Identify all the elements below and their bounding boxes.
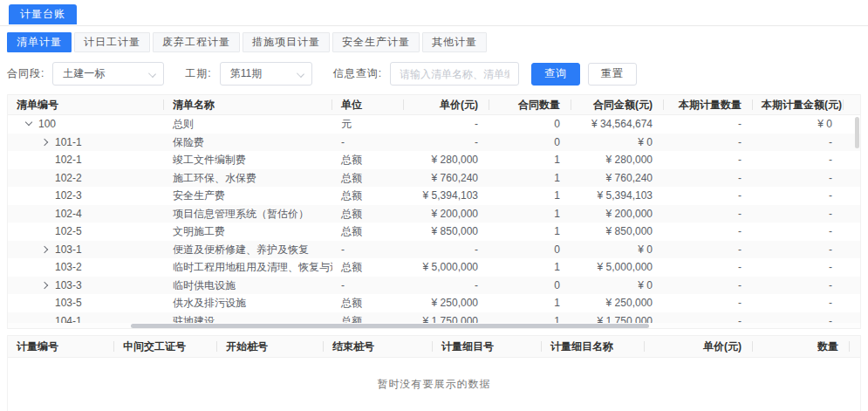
cell-list-code: 102-4 bbox=[8, 205, 164, 223]
detail-table-header: 计量编号中间交工证号开始桩号结束桩号计量细目号计量细目名称单价(元)数量 bbox=[8, 335, 860, 358]
main-table-body: 100总则元-0¥ 34,564,674-¥ 0101-1保险费--0¥ 0--… bbox=[8, 115, 860, 323]
tab-1[interactable]: 计日工计量 bbox=[74, 32, 150, 52]
cell-price: - bbox=[404, 134, 489, 152]
table-row[interactable]: 103-2临时工程用地租用及清理、恢复与还...总额¥ 5,000,0001¥ … bbox=[8, 258, 860, 277]
cell-amount: ¥ 0 bbox=[571, 277, 664, 295]
main-header-cell: 单位 bbox=[332, 95, 404, 114]
caret-placeholder bbox=[42, 175, 49, 182]
cell-filler bbox=[844, 223, 860, 241]
cell-amount: ¥ 760,240 bbox=[571, 169, 664, 188]
cell-unit: - bbox=[332, 241, 404, 259]
header-filler bbox=[850, 336, 867, 357]
cell-amount: ¥ 34,564,674 bbox=[571, 115, 664, 134]
cell-period_amount: - bbox=[753, 134, 844, 152]
tab-2[interactable]: 废弃工程计量 bbox=[153, 32, 240, 52]
search-input[interactable] bbox=[390, 62, 519, 86]
cell-period_amount: - bbox=[753, 223, 844, 241]
cell-list-code: 103-2 bbox=[8, 258, 164, 277]
detail-header-cell: 结束桩号 bbox=[324, 336, 433, 357]
cell-period_qty: - bbox=[664, 312, 753, 324]
caret-placeholder bbox=[42, 210, 49, 217]
cell-period_qty: - bbox=[664, 134, 753, 152]
vertical-scrollbar[interactable] bbox=[855, 117, 859, 148]
cell-qty: 0 bbox=[489, 115, 571, 134]
cell-filler bbox=[844, 169, 860, 188]
cell-period_amount: - bbox=[753, 312, 844, 324]
cell-name: 供水及排污设施 bbox=[164, 294, 332, 312]
page-tab-measurement-ledger[interactable]: 计量台账 bbox=[9, 4, 77, 24]
tab-4[interactable]: 安全生产计量 bbox=[332, 32, 420, 52]
cell-qty: 0 bbox=[489, 277, 571, 295]
contract-section-label: 合同段: bbox=[7, 66, 44, 81]
cell-name: 临时工程用地租用及清理、恢复与还... bbox=[164, 258, 332, 277]
table-row[interactable]: 102-4项目信息管理系统（暂估价）总额¥ 200,0001¥ 200,000-… bbox=[8, 205, 860, 223]
cell-filler bbox=[844, 151, 860, 169]
table-row[interactable]: 100总则元-0¥ 34,564,674-¥ 0 bbox=[8, 115, 860, 134]
table-row[interactable]: 104-1驻地建设总额¥ 1,750,0001¥ 1,750,000-- bbox=[8, 312, 860, 324]
table-row[interactable]: 103-1便道及便桥修建、养护及恢复--0¥ 0-- bbox=[8, 241, 860, 259]
reset-button[interactable]: 重置 bbox=[588, 63, 637, 86]
main-table: 清单编号清单名称单位单价(元)合同数量合同金额(元)本期计量数量本期计量金额(元… bbox=[7, 94, 861, 329]
tab-3[interactable]: 措施项目计量 bbox=[243, 32, 330, 52]
cell-amount: ¥ 250,000 bbox=[571, 294, 664, 312]
detail-header-cell: 计量细目名称 bbox=[542, 336, 645, 357]
table-row[interactable]: 102-5文明施工费总额¥ 850,0001¥ 850,000-- bbox=[8, 223, 860, 241]
table-row[interactable]: 102-1竣工文件编制费总额¥ 280,0001¥ 280,000-- bbox=[8, 151, 860, 169]
table-row[interactable]: 102-2施工环保、水保费总额¥ 760,2401¥ 760,240-- bbox=[8, 169, 860, 188]
cell-name: 项目信息管理系统（暂估价） bbox=[164, 205, 332, 223]
cell-list-code: 100 bbox=[8, 115, 164, 134]
main-header-cell: 清单名称 bbox=[164, 95, 332, 114]
cell-period_qty: - bbox=[664, 294, 753, 312]
chevron-right-icon[interactable] bbox=[42, 246, 49, 253]
cell-price: ¥ 200,000 bbox=[404, 205, 489, 223]
detail-table: 计量编号中间交工证号开始桩号结束桩号计量细目号计量细目名称单价(元)数量 暂时没… bbox=[7, 335, 861, 411]
cell-price: - bbox=[404, 277, 489, 295]
cell-list-code: 101-1 bbox=[8, 134, 164, 152]
cell-name: 安全生产费 bbox=[164, 187, 332, 205]
cell-price: ¥ 250,000 bbox=[404, 294, 489, 312]
cell-price: ¥ 280,000 bbox=[404, 151, 489, 169]
chevron-right-icon[interactable] bbox=[42, 139, 49, 146]
cell-period_amount: - bbox=[753, 187, 844, 205]
header-filler bbox=[844, 95, 861, 114]
cell-filler bbox=[844, 205, 860, 223]
cell-amount: ¥ 280,000 bbox=[571, 151, 664, 169]
cell-amount: ¥ 0 bbox=[571, 241, 664, 259]
cell-qty: 1 bbox=[489, 205, 571, 223]
cell-qty: 1 bbox=[489, 312, 571, 324]
tab-bar: 清单计量计日工计量废弃工程计量措施项目计量安全生产计量其他计量 bbox=[7, 32, 868, 52]
period-select[interactable]: 第11期 bbox=[220, 62, 312, 86]
filter-bar: 合同段: 土建一标 工期: 第11期 信息查询: 查询 重置 bbox=[7, 62, 868, 86]
table-row[interactable]: 103-3临时供电设施--0¥ 0-- bbox=[8, 277, 860, 295]
table-row[interactable]: 101-1保险费--0¥ 0-- bbox=[8, 134, 860, 152]
table-row[interactable]: 103-5供水及排污设施总额¥ 250,0001¥ 250,000-- bbox=[8, 294, 860, 312]
cell-amount: ¥ 5,000,000 bbox=[571, 258, 664, 277]
cell-name: 保险费 bbox=[164, 134, 332, 152]
horizontal-scrollbar[interactable] bbox=[8, 323, 860, 329]
table-row[interactable]: 102-3安全生产费总额¥ 5,394,1031¥ 5,394,103-- bbox=[8, 187, 860, 205]
chevron-right-icon[interactable] bbox=[42, 282, 49, 289]
cell-price: ¥ 5,000,000 bbox=[404, 258, 489, 277]
main-header-cell: 本期计量金额(元) bbox=[753, 95, 844, 114]
search-label: 信息查询: bbox=[333, 66, 382, 81]
cell-name: 临时供电设施 bbox=[164, 277, 332, 295]
detail-header-cell: 中间交工证号 bbox=[114, 336, 217, 357]
cell-price: - bbox=[404, 241, 489, 259]
tab-5[interactable]: 其他计量 bbox=[422, 32, 487, 52]
horizontal-scrollbar-thumb[interactable] bbox=[131, 324, 649, 328]
cell-period_amount: - bbox=[753, 169, 844, 188]
cell-price: ¥ 1,750,000 bbox=[404, 312, 489, 324]
cell-price: ¥ 5,394,103 bbox=[404, 187, 489, 205]
tab-0[interactable]: 清单计量 bbox=[7, 32, 72, 52]
cell-filler bbox=[844, 258, 860, 277]
contract-section-select[interactable]: 土建一标 bbox=[52, 62, 164, 86]
detail-header-cell: 数量 bbox=[753, 336, 850, 357]
top-tab-bar: 计量台账 bbox=[0, 0, 868, 26]
cell-unit: 总额 bbox=[332, 169, 404, 188]
cell-period_qty: - bbox=[664, 151, 753, 169]
query-button[interactable]: 查询 bbox=[531, 63, 580, 86]
chevron-down-icon[interactable] bbox=[25, 120, 32, 127]
main-header-cell: 清单编号 bbox=[8, 95, 164, 114]
cell-list-code: 102-1 bbox=[8, 151, 164, 169]
cell-period_amount: - bbox=[753, 277, 844, 295]
